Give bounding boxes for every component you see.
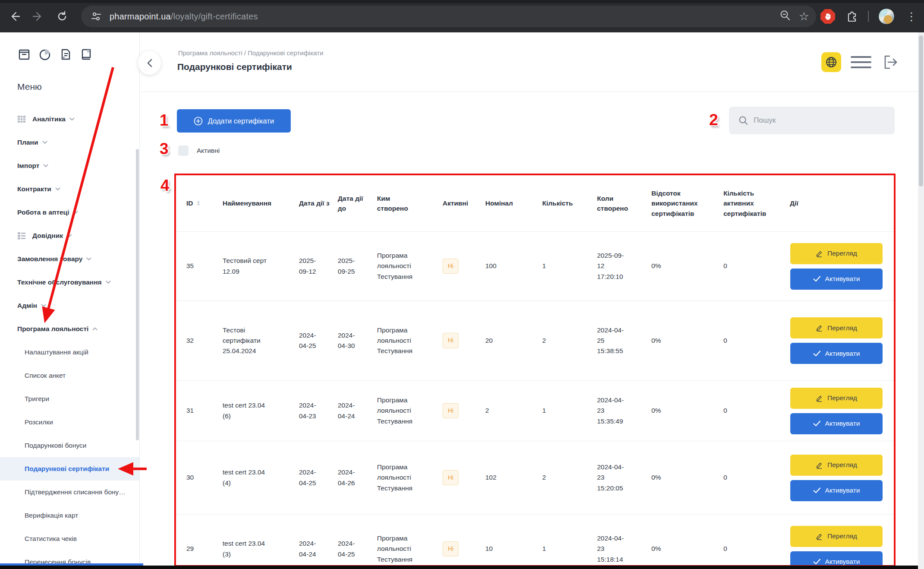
pencil-icon: [816, 324, 823, 332]
archive-icon[interactable]: [17, 47, 31, 61]
pencil-icon: [816, 250, 823, 257]
chevron-down-icon: [69, 117, 75, 121]
search-box[interactable]: [729, 107, 895, 134]
document-icon[interactable]: [59, 47, 72, 61]
column-header-created-by: Ким створено: [377, 187, 417, 220]
cell-date-to: 2024-04-30: [338, 324, 365, 357]
sidebar-menu-item[interactable]: Адмін: [0, 294, 140, 317]
table-row: 29 test cert 23.04 (3) 2024-04-24 2024-0…: [176, 514, 894, 567]
cell-name: Тестовий серт 12.09: [223, 250, 278, 282]
view-button[interactable]: Перегляд: [790, 455, 883, 476]
column-header-active-count: Кількість активних сертифікатів: [723, 182, 778, 224]
annotation-number-2: 2: [709, 111, 718, 129]
activate-button[interactable]: Активувати: [790, 551, 883, 567]
globe-icon: [825, 56, 837, 68]
sidebar-menu-item[interactable]: Робота в аптеці: [0, 201, 140, 224]
chevron-down-icon: [86, 257, 91, 261]
screenshot-root: pharmapoint.ua/loyalty/gift-certificates…: [0, 0, 924, 569]
browser-forward-button[interactable]: [29, 8, 47, 25]
view-button[interactable]: Перегляд: [790, 243, 883, 264]
sidebar-menu-item[interactable]: Імпорт: [0, 154, 140, 177]
taskbar-edge: [0, 566, 918, 569]
activate-button[interactable]: Активувати: [790, 413, 883, 434]
cell-id: 29: [176, 537, 223, 560]
activate-button[interactable]: Активувати: [790, 480, 883, 501]
adblock-extension-icon[interactable]: [820, 9, 835, 24]
sidebar-menu-item[interactable]: Аналітика: [0, 107, 140, 131]
sidebar-menu-item[interactable]: Налаштування акцій: [0, 341, 140, 364]
view-button-label: Перегляд: [827, 250, 857, 257]
breadcrumb[interactable]: Програма лояльності / Подарункові сертиф…: [178, 49, 324, 57]
logout-icon: [881, 53, 900, 72]
cell-used-percent: 0%: [651, 537, 723, 560]
cell-id: 31: [176, 399, 223, 422]
header-divider: [140, 92, 924, 92]
sidebar-menu-item[interactable]: Верифікація карт: [0, 504, 140, 527]
sidebar-item-label: Технічне обслуговування: [17, 278, 102, 286]
sidebar-item-label: Програма лояльності: [17, 325, 88, 333]
sidebar-menu-item[interactable]: Контракти: [0, 177, 140, 201]
column-header-nominal: Номінал: [485, 192, 542, 214]
sidebar-menu-item[interactable]: Довідник: [0, 224, 140, 247]
sidebar-menu-item[interactable]: Замовлення товару: [0, 247, 140, 271]
cell-name: test cert 23.04 (4): [223, 461, 278, 494]
active-status-badge: Ні: [443, 333, 459, 348]
active-filter-checkbox[interactable]: [178, 145, 189, 156]
column-header-created-at: Коли створено: [597, 187, 634, 220]
sidebar-menu-item[interactable]: Програма лояльності: [0, 317, 140, 341]
sidebar-menu-item[interactable]: Список анкет: [0, 364, 140, 387]
sidebar-menu-item[interactable]: Розсилки: [0, 411, 140, 434]
activate-button[interactable]: Активувати: [790, 343, 883, 364]
pie-chart-icon[interactable]: [38, 47, 52, 61]
sort-icon[interactable]: ▲▼: [197, 200, 201, 206]
browser-reload-button[interactable]: [53, 8, 71, 25]
cell-id: 30: [176, 466, 223, 489]
pencil-icon: [816, 533, 823, 540]
chevron-down-icon: [43, 164, 48, 168]
logout-button[interactable]: [881, 53, 900, 72]
language-globe-button[interactable]: [821, 52, 841, 72]
extensions-puzzle-icon[interactable]: [845, 10, 858, 23]
url-text[interactable]: pharmapoint.ua/loyalty/gift-certificates: [110, 12, 258, 22]
active-filter-label: Активні: [197, 147, 220, 155]
cell-active-count: 0: [723, 329, 790, 352]
cell-created-at: 2025-09-12 17:20:10: [597, 244, 634, 288]
cell-quantity: 1: [542, 537, 597, 560]
sidebar-menu-item[interactable]: Підтвердження списання бону…: [0, 480, 140, 504]
view-button[interactable]: Перегляд: [790, 388, 883, 409]
view-button-label: Перегляд: [827, 532, 857, 540]
browser-back-button[interactable]: [6, 8, 23, 25]
book-icon[interactable]: [79, 47, 93, 61]
sidebar-menu-item[interactable]: Статистика чеків: [0, 527, 140, 550]
annotation-number-4: 4: [160, 177, 170, 195]
sidebar-collapse-button[interactable]: [138, 51, 161, 75]
reload-icon: [57, 11, 68, 22]
sidebar-menu-item[interactable]: Подарункові сертифікати: [0, 457, 140, 480]
browser-menu-icon[interactable]: ⋮: [906, 11, 917, 22]
sidebar-menu-item[interactable]: Плани: [0, 131, 140, 154]
profile-avatar[interactable]: [878, 8, 895, 25]
active-filter[interactable]: Активні: [178, 145, 220, 156]
page-scrollbar-thumb[interactable]: [919, 35, 923, 187]
activate-button[interactable]: Активувати: [790, 269, 883, 290]
sidebar-menu-item[interactable]: Тригери: [0, 387, 140, 411]
view-button[interactable]: Перегляд: [790, 317, 883, 338]
address-bar[interactable]: pharmapoint.ua/loyalty/gift-certificates…: [81, 6, 816, 27]
cell-quantity: 2: [542, 329, 597, 352]
bookmark-star-icon[interactable]: ☆: [799, 11, 809, 22]
page-zoom-icon[interactable]: [779, 9, 791, 23]
active-status-badge: Ні: [443, 541, 459, 557]
sidebar-menu-item[interactable]: Подарункові бонуси: [0, 434, 140, 457]
column-header-id[interactable]: ID▲▼: [186, 198, 217, 208]
menu-hamburger-icon[interactable]: [851, 55, 871, 69]
cell-active-count: 0: [723, 255, 790, 277]
chevron-down-icon: [67, 234, 72, 237]
add-certificates-button[interactable]: Додати сертифікати: [177, 109, 291, 133]
sidebar-scrollbar[interactable]: [136, 149, 139, 440]
site-info-icon[interactable]: [91, 11, 102, 22]
search-input[interactable]: [754, 116, 883, 125]
sidebar-menu-item[interactable]: Технічне обслуговування: [0, 271, 140, 294]
search-icon: [739, 116, 748, 125]
annotation-number-3: 3: [160, 140, 169, 158]
view-button[interactable]: Перегляд: [790, 526, 883, 547]
